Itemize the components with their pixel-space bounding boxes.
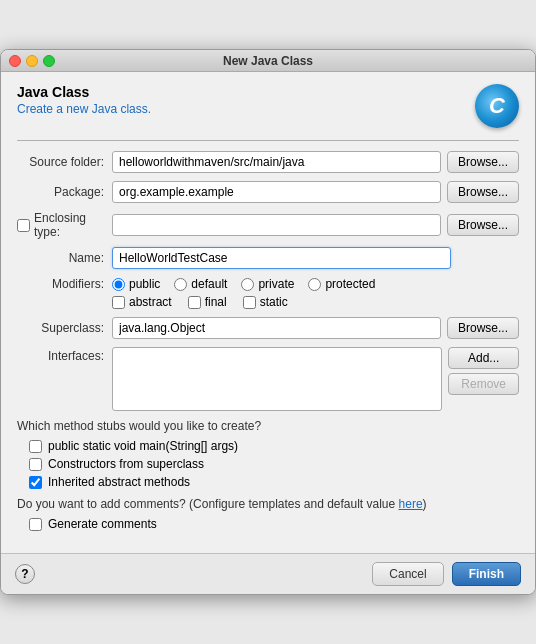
enclosing-type-input[interactable] xyxy=(112,214,441,236)
maximize-button[interactable] xyxy=(43,55,55,67)
traffic-lights xyxy=(9,55,55,67)
modifier-private-label: private xyxy=(258,277,294,291)
modifier-static-option[interactable]: static xyxy=(243,295,288,309)
source-folder-browse-button[interactable]: Browse... xyxy=(447,151,519,173)
modifier-default-label: default xyxy=(191,277,227,291)
modifier-default-option[interactable]: default xyxy=(174,277,227,291)
cancel-button[interactable]: Cancel xyxy=(372,562,443,586)
modifier-static-checkbox[interactable] xyxy=(243,296,256,309)
main-stub-label: public static void main(String[] args) xyxy=(48,439,238,453)
modifiers-radio-group: public default private protected xyxy=(112,277,519,291)
constructors-stub-checkbox[interactable] xyxy=(29,458,42,471)
package-browse-button[interactable]: Browse... xyxy=(447,181,519,203)
modifiers-sub-row: abstract final static xyxy=(17,295,519,309)
modifier-public-option[interactable]: public xyxy=(112,277,160,291)
source-folder-label: Source folder: xyxy=(17,155,112,169)
enclosing-type-label: Enclosing type: xyxy=(34,211,104,239)
finish-button[interactable]: Finish xyxy=(452,562,521,586)
superclass-row: Superclass: Browse... xyxy=(17,317,519,339)
superclass-label: Superclass: xyxy=(17,321,112,335)
source-folder-input[interactable] xyxy=(112,151,441,173)
stubs-section: Which method stubs would you like to cre… xyxy=(17,419,519,489)
constructors-stub-label: Constructors from superclass xyxy=(48,457,204,471)
modifier-final-option[interactable]: final xyxy=(188,295,227,309)
modifier-abstract-checkbox[interactable] xyxy=(112,296,125,309)
superclass-input[interactable] xyxy=(112,317,441,339)
modifier-private-radio[interactable] xyxy=(241,278,254,291)
modifier-protected-label: protected xyxy=(325,277,375,291)
remove-interface-button[interactable]: Remove xyxy=(448,373,519,395)
superclass-browse-button[interactable]: Browse... xyxy=(447,317,519,339)
dialog-window: New Java Class Java Class Create a new J… xyxy=(0,49,536,595)
modifier-static-label: static xyxy=(260,295,288,309)
interfaces-textarea[interactable] xyxy=(112,347,442,411)
header-text: Java Class Create a new Java class. xyxy=(17,84,151,116)
comments-question: Do you want to add comments? (Configure … xyxy=(17,497,519,511)
modifier-protected-radio[interactable] xyxy=(308,278,321,291)
modifier-final-checkbox[interactable] xyxy=(188,296,201,309)
inherited-stub-option: Inherited abstract methods xyxy=(17,475,519,489)
interfaces-buttons: Add... Remove xyxy=(448,347,519,395)
window-title: New Java Class xyxy=(223,54,313,68)
package-row: Package: Browse... xyxy=(17,181,519,203)
main-stub-checkbox[interactable] xyxy=(29,440,42,453)
package-label: Package: xyxy=(17,185,112,199)
package-input[interactable] xyxy=(112,181,441,203)
enclosing-type-checkbox-area: Enclosing type: xyxy=(17,211,112,239)
comments-section: Do you want to add comments? (Configure … xyxy=(17,497,519,531)
modifier-abstract-option[interactable]: abstract xyxy=(112,295,172,309)
main-stub-option: public static void main(String[] args) xyxy=(17,439,519,453)
action-buttons: Cancel Finish xyxy=(372,562,521,586)
generate-comments-label: Generate comments xyxy=(48,517,157,531)
dialog-title: Java Class xyxy=(17,84,151,100)
bottom-bar: ? Cancel Finish xyxy=(1,553,535,594)
minimize-button[interactable] xyxy=(26,55,38,67)
header-section: Java Class Create a new Java class. C xyxy=(17,84,519,128)
dialog-content: Java Class Create a new Java class. C So… xyxy=(1,72,535,553)
modifier-default-radio[interactable] xyxy=(174,278,187,291)
generate-comments-checkbox[interactable] xyxy=(29,518,42,531)
stubs-title: Which method stubs would you like to cre… xyxy=(17,419,519,433)
interfaces-row: Interfaces: Add... Remove xyxy=(17,347,519,411)
modifiers-label: Modifiers: xyxy=(17,277,112,291)
modifier-abstract-label: abstract xyxy=(129,295,172,309)
generate-comments-option: Generate comments xyxy=(17,517,519,531)
source-folder-row: Source folder: Browse... xyxy=(17,151,519,173)
modifier-public-label: public xyxy=(129,277,160,291)
close-button[interactable] xyxy=(9,55,21,67)
modifiers-row: Modifiers: public default private protec… xyxy=(17,277,519,291)
titlebar: New Java Class xyxy=(1,50,535,72)
enclosing-type-checkbox[interactable] xyxy=(17,219,30,232)
inherited-stub-checkbox[interactable] xyxy=(29,476,42,489)
interfaces-label: Interfaces: xyxy=(17,347,112,363)
name-row: Name: xyxy=(17,247,519,269)
modifier-private-option[interactable]: private xyxy=(241,277,294,291)
help-button[interactable]: ? xyxy=(15,564,35,584)
constructors-stub-option: Constructors from superclass xyxy=(17,457,519,471)
name-input[interactable] xyxy=(112,247,451,269)
modifier-final-label: final xyxy=(205,295,227,309)
enclosing-type-browse-button[interactable]: Browse... xyxy=(447,214,519,236)
modifier-protected-option[interactable]: protected xyxy=(308,277,375,291)
eclipse-logo-icon: C xyxy=(475,84,519,128)
enclosing-type-row: Enclosing type: Browse... xyxy=(17,211,519,239)
comments-here-link[interactable]: here xyxy=(399,497,423,511)
dialog-subtitle: Create a new Java class. xyxy=(17,102,151,116)
inherited-stub-label: Inherited abstract methods xyxy=(48,475,190,489)
add-interface-button[interactable]: Add... xyxy=(448,347,519,369)
name-label: Name: xyxy=(17,251,112,265)
modifier-public-radio[interactable] xyxy=(112,278,125,291)
header-divider xyxy=(17,140,519,141)
